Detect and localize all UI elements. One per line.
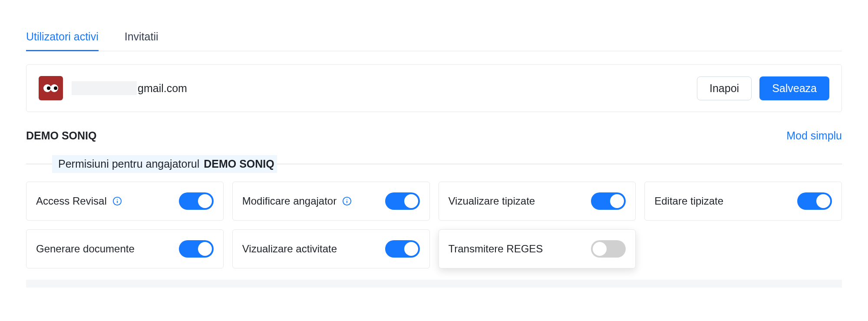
- legend-line-right: [277, 164, 842, 164]
- back-button[interactable]: Inapoi: [697, 76, 752, 100]
- permission-label: Modificare angajator: [242, 195, 352, 207]
- permission-card: Editare tipizate: [644, 182, 842, 221]
- toggle-knob: [404, 242, 418, 256]
- legend-prefix: Permisiuni pentru angajatorul: [58, 158, 199, 170]
- legend-label: Permisiuni pentru angajatorul DEMO SONIQ: [52, 155, 277, 173]
- permission-label: Generare documente: [36, 243, 135, 255]
- section-title: DEMO SONIQ: [26, 129, 97, 142]
- permission-toggle[interactable]: [179, 192, 214, 210]
- permission-label-text: Vizualizare tipizate: [449, 195, 535, 207]
- user-email: gmail.com: [72, 81, 187, 95]
- section-header: DEMO SONIQ Mod simplu: [26, 129, 842, 142]
- permission-card: Vizualizare tipizate: [439, 182, 636, 221]
- permission-toggle[interactable]: [591, 240, 626, 258]
- permission-label-text: Transmitere REGES: [449, 243, 543, 255]
- simple-mode-link[interactable]: Mod simplu: [786, 129, 842, 142]
- svg-point-6: [117, 199, 118, 200]
- permission-card: Vizualizare activitate: [232, 229, 430, 268]
- toggle-knob: [198, 242, 212, 256]
- permission-card: Modificare angajator: [232, 182, 430, 221]
- info-icon[interactable]: [342, 196, 352, 206]
- permission-label: Editare tipizate: [654, 195, 723, 207]
- card-actions: Inapoi Salveaza: [697, 76, 829, 100]
- tab-invitations[interactable]: Invitatii: [125, 22, 158, 51]
- avatar: [39, 76, 63, 100]
- email-suffix: gmail.com: [138, 82, 187, 95]
- toggle-knob: [610, 194, 624, 208]
- permission-label-text: Access Revisal: [36, 195, 107, 207]
- permission-toggle[interactable]: [385, 192, 420, 210]
- permission-toggle[interactable]: [797, 192, 832, 210]
- email-redacted-part: [72, 81, 137, 95]
- permission-label-text: Vizualizare activitate: [242, 243, 337, 255]
- svg-point-9: [347, 199, 347, 200]
- permissions-grid: Access RevisalModificare angajatorVizual…: [26, 182, 842, 268]
- toggle-knob: [198, 194, 212, 208]
- user-card: gmail.com Inapoi Salveaza: [26, 64, 842, 112]
- permission-label-text: Generare documente: [36, 243, 135, 255]
- svg-point-3: [54, 86, 57, 90]
- permission-card: Transmitere REGES: [439, 229, 636, 268]
- permission-card: Access Revisal: [26, 182, 224, 221]
- permission-toggle[interactable]: [179, 240, 214, 258]
- permission-toggle[interactable]: [591, 192, 626, 210]
- svg-point-2: [47, 86, 50, 90]
- tabs: Utilizatori activi Invitatii: [26, 22, 842, 51]
- user-info: gmail.com: [39, 76, 187, 100]
- toggle-knob: [593, 242, 607, 256]
- permission-label: Vizualizare tipizate: [449, 195, 535, 207]
- permission-label-text: Modificare angajator: [242, 195, 337, 207]
- toggle-knob: [816, 194, 830, 208]
- legend-line-left: [26, 164, 52, 164]
- save-button[interactable]: Salveaza: [759, 76, 829, 100]
- footer-bar: [26, 280, 842, 288]
- tab-active-users[interactable]: Utilizatori activi: [26, 22, 99, 51]
- permission-card: Generare documente: [26, 229, 224, 268]
- permission-label: Access Revisal: [36, 195, 122, 207]
- permission-label-text: Editare tipizate: [654, 195, 723, 207]
- permission-label: Transmitere REGES: [449, 243, 543, 255]
- toggle-knob: [404, 194, 418, 208]
- avatar-eyes-icon: [42, 83, 59, 93]
- permission-label: Vizualizare activitate: [242, 243, 337, 255]
- info-icon[interactable]: [112, 196, 122, 206]
- permission-toggle[interactable]: [385, 240, 420, 258]
- permissions-legend: Permisiuni pentru angajatorul DEMO SONIQ: [26, 155, 842, 173]
- legend-employer: DEMO SONIQ: [204, 158, 274, 170]
